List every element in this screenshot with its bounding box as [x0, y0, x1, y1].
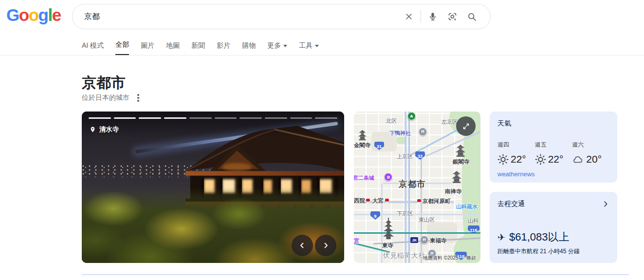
logo-letter: g	[38, 5, 48, 25]
logo-letter: o	[29, 5, 38, 25]
logo-letter: o	[19, 5, 29, 25]
map-railway	[354, 232, 480, 234]
tab-maps[interactable]: 地圖	[166, 40, 180, 56]
microphone-icon	[428, 12, 438, 21]
map-label-ginkakuji: 銀閣寺	[453, 158, 470, 166]
weather-day-label: 週四	[497, 141, 535, 149]
route-shield-9: 9	[370, 211, 380, 220]
tab-all[interactable]: 全部	[115, 40, 129, 56]
sun-icon	[497, 154, 509, 165]
shrine-marker	[419, 128, 427, 136]
lens-search-button[interactable]	[442, 7, 462, 26]
tab-news[interactable]: 新聞	[191, 40, 205, 56]
map-label-yamashinasosui: 山科疏水	[456, 203, 478, 210]
chevron-down-icon	[315, 45, 319, 47]
weather-card: 天氣 週四 22° 週五 22° 週六 20° weathernews	[490, 112, 617, 183]
tab-tools[interactable]: 工具	[299, 40, 319, 56]
cloud-icon	[572, 154, 584, 165]
train-station-icon	[366, 199, 370, 203]
map-road	[421, 156, 422, 263]
map-label-nijojo: 宮二条城	[354, 174, 374, 182]
tab-shopping[interactable]: 購物	[242, 40, 256, 56]
temple-icon	[358, 130, 367, 141]
tab-label: 圖片	[141, 41, 154, 50]
search-tabs: AI 模式 全部 圖片 地圖 新聞 影片 購物 更多 工具	[82, 40, 319, 56]
castle-marker	[384, 173, 392, 181]
tab-label: AI 模式	[82, 41, 104, 50]
map-label-nanzenji: 南禅寺	[445, 188, 462, 195]
weather-days: 週四 22° 週五 22° 週六 20°	[497, 141, 609, 165]
carousel-prev-button[interactable]	[292, 235, 313, 256]
photo-location-label: 清水寺	[99, 125, 119, 134]
chevron-left-icon	[298, 241, 307, 250]
more-options-button[interactable]	[135, 93, 141, 103]
tab-images[interactable]: 圖片	[141, 40, 154, 56]
section-divider	[82, 274, 629, 275]
tab-label: 影片	[217, 41, 230, 50]
tab-more[interactable]: 更多	[267, 40, 287, 56]
search-submit-button[interactable]	[462, 7, 481, 26]
entity-subtitle: 位於日本的城市	[82, 93, 129, 102]
map-expand-button[interactable]	[456, 116, 476, 136]
map-label-sakyoku: 左京区	[442, 118, 458, 126]
map-label-omiya: 大宮	[372, 197, 384, 205]
search-input[interactable]	[73, 12, 399, 21]
clear-search-button[interactable]	[399, 7, 419, 26]
chevron-right-icon[interactable]	[602, 200, 609, 208]
tab-label: 更多	[267, 41, 281, 50]
chevron-right-icon	[321, 241, 330, 250]
logo-letter: l	[48, 5, 52, 25]
photo-location-chip[interactable]: 清水寺	[90, 125, 119, 134]
map-label-fushimiinari: 伏見稲荷大社	[383, 251, 425, 260]
header-divider	[0, 55, 644, 56]
jr-logo: JR	[410, 237, 418, 243]
tab-label: 工具	[299, 41, 313, 50]
search-bar[interactable]	[72, 4, 491, 29]
close-icon	[404, 12, 414, 21]
pagoda-icon	[383, 218, 394, 241]
map-label-kamigyoku: 上京区	[397, 153, 413, 160]
flight-price: $61,083以上	[509, 230, 570, 244]
tab-label: 新聞	[191, 41, 205, 50]
transit-card[interactable]: 去程交通 ✈ $61,083以上 距離臺中市航程 21 小時45 分鐘	[490, 192, 617, 263]
tab-videos[interactable]: 影片	[217, 40, 230, 56]
entity-subtitle-row: 位於日本的城市	[82, 93, 141, 103]
location-pin-icon	[90, 126, 96, 133]
tab-label: 購物	[242, 41, 256, 50]
photo-carousel[interactable]: 清水寺	[82, 112, 344, 263]
map-label-higashiyamaku: 東山区	[419, 216, 435, 224]
airplane-icon: ✈	[497, 232, 505, 243]
map-attribution: 地圖資料 ©2025	[423, 255, 458, 261]
map-label-tofukuji: 東福寺	[430, 237, 447, 244]
page-title: 京都市	[82, 73, 126, 93]
voice-search-button[interactable]	[423, 7, 442, 26]
weather-title: 天氣	[497, 119, 609, 128]
map-label-shimogyoku: 下京区	[397, 210, 413, 217]
carousel-next-button[interactable]	[315, 235, 336, 256]
temple-icon	[451, 171, 462, 184]
search-bar-divider	[421, 10, 421, 23]
route-shield-32: 32	[415, 151, 425, 160]
map-label-miya: 宮	[354, 237, 359, 244]
weather-day-label: 週六	[572, 141, 609, 149]
logo-letter: G	[6, 5, 19, 25]
chevron-down-icon	[283, 45, 287, 47]
map-thumbnail[interactable]: 北区 左京区 下鴨神社 金閣寺 31 上京区 32 銀閣寺 宮二条城 京都市 南…	[354, 112, 480, 263]
weather-source-link[interactable]: weathernews	[497, 170, 609, 178]
park-marker	[407, 112, 416, 120]
map-label-kawaramachi: 京都河原町	[423, 198, 451, 205]
tab-label: 地圖	[166, 41, 180, 50]
tab-ai-mode[interactable]: AI 模式	[82, 40, 104, 56]
map-label-toji: 東寺	[382, 242, 393, 249]
carousel-progress-bars	[89, 117, 337, 119]
map-label-saiin: 西院	[354, 197, 365, 205]
logo-letter: e	[52, 5, 61, 25]
map-terms-link[interactable]: 條款	[466, 255, 476, 261]
map-label-shimogamo: 下鴨神社	[389, 130, 411, 137]
map-label-kinkakuji: 金閣寺	[354, 142, 371, 149]
train-station-icon	[385, 199, 389, 203]
transit-title: 去程交通	[497, 200, 525, 208]
google-logo[interactable]: Google	[6, 5, 61, 25]
weather-day-label: 週五	[535, 141, 572, 149]
map-label-kyotoshi: 京都市	[399, 178, 426, 190]
